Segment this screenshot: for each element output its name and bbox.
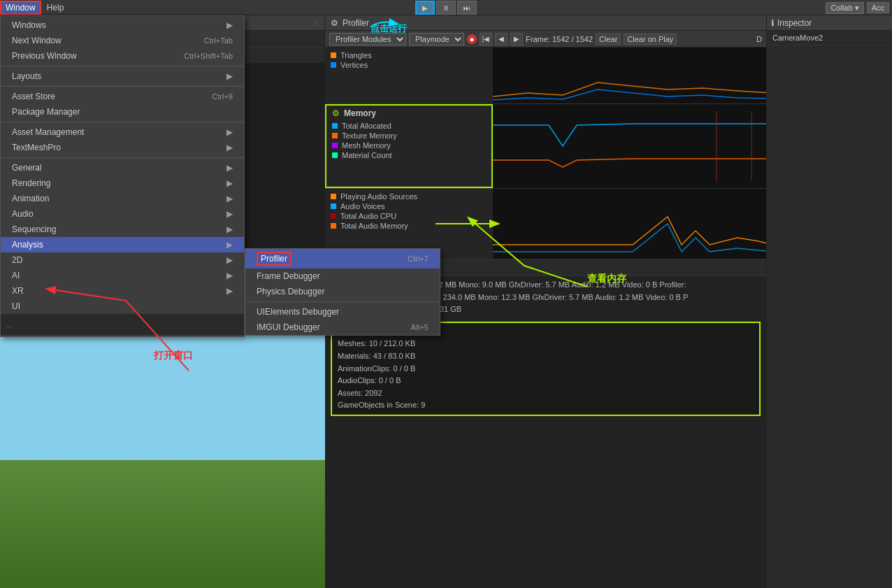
material-count-item: Material Count bbox=[332, 150, 486, 160]
prev-window-shortcut: Ctrl+Shift+Tab bbox=[184, 52, 233, 60]
total-allocated-item: Total Allocated bbox=[332, 121, 486, 131]
submenu-imgui[interactable]: IMGUI Debugger Alt+5 bbox=[245, 320, 440, 335]
submenu-uielements[interactable]: UIElements Debugger bbox=[245, 304, 440, 320]
pause-icon: ⏸ bbox=[443, 4, 449, 12]
rendering-label: Rendering bbox=[12, 178, 50, 188]
profiler-module-memory: ⚙ Memory Total Allocated Texture Memory bbox=[325, 104, 766, 189]
detail-assets: Assets: 2092 bbox=[338, 387, 754, 400]
menu-item-audio[interactable]: Audio ▶ bbox=[1, 206, 244, 222]
memory-icon: ⚙ bbox=[332, 108, 340, 118]
audio-voices-label: Audio Voices bbox=[340, 202, 385, 210]
profiler-icon: ⚙ bbox=[331, 18, 338, 28]
playmode-select[interactable]: Playmode bbox=[409, 33, 464, 45]
layouts-arrow-icon: ▶ bbox=[226, 71, 233, 81]
imgui-shortcut: Alt+5 bbox=[411, 323, 429, 331]
menu-item-ai[interactable]: AI ▶ bbox=[1, 268, 244, 283]
menu-item-sequencing[interactable]: Sequencing ▶ bbox=[1, 222, 244, 237]
menu-item-2d[interactable]: 2D ▶ bbox=[1, 252, 244, 268]
menu-item-package-manager[interactable]: Package Manager bbox=[1, 104, 244, 120]
play-controls: ▶ ⏸ ⏭ bbox=[415, 0, 477, 15]
ai-arrow-icon: ▶ bbox=[226, 271, 233, 280]
mesh-memory-label: Mesh Memory bbox=[342, 141, 391, 150]
menu-item-textmeshpro[interactable]: TextMeshPro ▶ bbox=[1, 140, 244, 155]
mesh-memory-color bbox=[332, 143, 338, 148]
audio-voices-item: Audio Voices bbox=[331, 201, 487, 211]
submenu-sep bbox=[245, 301, 440, 302]
menu-item-rendering[interactable]: Rendering ▶ bbox=[1, 175, 244, 191]
submenu-profiler[interactable]: Profiler Ctrl+7 bbox=[245, 249, 440, 268]
prev-frame-button[interactable]: |◀ bbox=[480, 33, 492, 45]
menu-item-windows[interactable]: Windows ▶ bbox=[1, 17, 244, 33]
menu-item-analysis[interactable]: Analysis ▶ bbox=[1, 237, 244, 252]
menu-item-next-window[interactable]: Next Window Ctrl+Tab bbox=[1, 33, 244, 48]
package-manager-label: Package Manager bbox=[12, 107, 80, 117]
texture-memory-label: Texture Memory bbox=[342, 131, 397, 140]
total-audio-cpu-color bbox=[331, 213, 336, 219]
pause-button[interactable]: ⏸ bbox=[436, 1, 456, 15]
account-button[interactable]: Acc bbox=[867, 2, 889, 13]
inspector-title: Inspector bbox=[777, 18, 812, 28]
menu-item-animation[interactable]: Animation ▶ bbox=[1, 191, 244, 206]
fwd-frame-button[interactable]: ▶ bbox=[510, 33, 523, 45]
rendering-chart bbox=[493, 48, 766, 103]
audio-chart bbox=[493, 189, 766, 259]
window-menu-button[interactable]: Window bbox=[0, 1, 41, 15]
submenu-frame-debugger[interactable]: Frame Debugger bbox=[245, 268, 440, 284]
topbar-right: Collab ▾ Acc bbox=[826, 0, 892, 15]
window-menu-dropdown: Windows ▶ Next Window Ctrl+Tab Previous … bbox=[0, 15, 245, 337]
menu-sep-1 bbox=[1, 66, 244, 66]
general-arrow-icon: ▶ bbox=[226, 163, 233, 173]
menu-item-asset-management[interactable]: Asset Management ▶ bbox=[1, 124, 244, 140]
textmeshpro-label: TextMeshPro bbox=[12, 143, 61, 152]
memory-module-row: ⚙ Memory Total Allocated Texture Memory bbox=[325, 104, 766, 188]
play-button[interactable]: ▶ bbox=[415, 1, 435, 15]
rendering-module-left: Triangles Vertices bbox=[325, 48, 493, 103]
help-menu-button[interactable]: Help bbox=[41, 1, 70, 14]
total-audio-cpu-label: Total Audio CPU bbox=[340, 212, 396, 220]
info-icon: ℹ bbox=[771, 18, 775, 28]
inspector-panel: ℹ Inspector CameraMove2 bbox=[766, 15, 892, 588]
windows-label: Windows bbox=[12, 20, 46, 30]
collab-button[interactable]: Collab ▾ bbox=[826, 2, 863, 14]
next-window-label: Next Window bbox=[12, 36, 62, 45]
menu-item-ui[interactable]: UI bbox=[1, 299, 244, 314]
menu-item-prev-window[interactable]: Previous Window Ctrl+Shift+Tab bbox=[1, 48, 244, 64]
material-count-label: Material Count bbox=[342, 151, 392, 159]
ui-label: UI bbox=[12, 301, 20, 311]
vertices-item: Vertices bbox=[331, 60, 487, 70]
memory-module-left: ⚙ Memory Total Allocated Texture Memory bbox=[325, 104, 493, 188]
asset-store-shortcut: Ctrl+9 bbox=[212, 92, 233, 101]
total-audio-memory-item: Total Audio Memory bbox=[331, 221, 487, 231]
next-window-shortcut: Ctrl+Tab bbox=[204, 36, 233, 45]
step-button[interactable]: ⏭ bbox=[457, 1, 477, 15]
submenu-physics-debugger[interactable]: Physics Debugger bbox=[245, 284, 440, 299]
audio-label: Audio bbox=[12, 209, 34, 219]
windows-arrow-icon: ▶ bbox=[226, 20, 233, 30]
audio-voices-color bbox=[331, 203, 336, 209]
menu-item-asset-store[interactable]: Asset Store Ctrl+9 bbox=[1, 89, 244, 104]
menu-sep-4 bbox=[1, 157, 244, 158]
2d-arrow-icon: ▶ bbox=[226, 255, 233, 265]
detail-audio-clips: AudioClips: 0 / 0 B bbox=[338, 375, 754, 387]
clear-on-play-button[interactable]: Clear on Play bbox=[624, 34, 677, 45]
record-button[interactable]: ● bbox=[467, 34, 477, 44]
memory-detail-box: Textures: 692 / 41.2 MB Meshes: 10 / 212… bbox=[331, 322, 761, 416]
menu-bottom: ... bbox=[1, 314, 244, 335]
xr-arrow-icon: ▶ bbox=[226, 286, 233, 296]
clear-button[interactable]: Clear bbox=[596, 34, 621, 45]
back-frame-button[interactable]: ◀ bbox=[495, 33, 508, 45]
menu-item-xr[interactable]: XR ▶ bbox=[1, 283, 244, 299]
memory-header: ⚙ Memory bbox=[332, 108, 486, 118]
profiler-modules-select[interactable]: Profiler Modules bbox=[329, 33, 406, 45]
detail-game-objects: GameObjects in Scene: 9 bbox=[338, 399, 754, 412]
total-audio-cpu-item: Total Audio CPU bbox=[331, 211, 487, 221]
step-icon: ⏭ bbox=[463, 4, 470, 12]
asset-store-label: Asset Store bbox=[12, 92, 55, 101]
prev-window-label: Previous Window bbox=[12, 51, 77, 61]
hierarchy-options[interactable]: ⋮ bbox=[313, 19, 320, 27]
detail-meshes: Meshes: 10 / 212.0 KB bbox=[338, 338, 754, 350]
menu-item-general[interactable]: General ▶ bbox=[1, 160, 244, 175]
2d-label: 2D bbox=[12, 255, 22, 265]
menu-item-layouts[interactable]: Layouts ▶ bbox=[1, 69, 244, 84]
sequencing-arrow-icon: ▶ bbox=[226, 224, 233, 234]
